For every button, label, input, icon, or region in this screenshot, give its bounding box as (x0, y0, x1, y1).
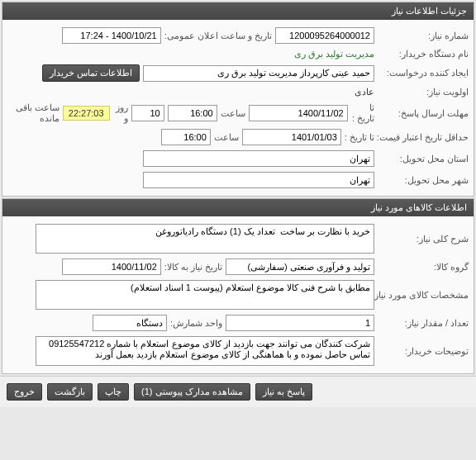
action-bar: پاسخ به نیاز مشاهده مدارک پیوستی (1) چاپ… (0, 376, 476, 407)
requester-field[interactable] (143, 65, 374, 82)
deadline-time-field[interactable] (168, 105, 217, 121)
announce-datetime-label: تاریخ و ساعت اعلان عمومی: (164, 31, 272, 41)
need-desc-label: شرح کلی نیاز: (378, 234, 469, 244)
requester-label: ایجاد کننده درخواست: (378, 68, 469, 78)
announce-datetime-field[interactable] (62, 27, 161, 44)
buyer-notes-label: توضیحات خریدار: (378, 346, 469, 357)
need-details-body: شماره نیاز: تاریخ و ساعت اعلان عمومی: نا… (2, 20, 474, 196)
attachments-button[interactable]: مشاهده مدارک پیوستی (1) (134, 383, 250, 401)
need-number-label: شماره نیاز: (378, 31, 469, 41)
validity-to-date-label: تا تاریخ : (345, 132, 374, 143)
need-items-header: اطلاعات کالاهای مورد نیاز (2, 199, 474, 216)
item-group-field[interactable] (226, 258, 374, 275)
deadline-date-field[interactable] (249, 105, 348, 121)
buyer-org-label: نام دستگاه خریدار: (378, 49, 469, 59)
time-remaining-label: ساعت باقی مانده (7, 102, 60, 124)
need-number-field[interactable] (275, 27, 374, 44)
need-items-body: شرح کلی نیاز: گروه کالا: تاریخ نیاز به ک… (2, 216, 474, 373)
validity-time-field[interactable] (161, 129, 211, 145)
item-spec-field[interactable] (36, 280, 374, 310)
item-spec-label: مشخصات کالای مورد نیاز: (378, 290, 469, 301)
exit-button[interactable]: خروج (7, 383, 42, 401)
need-desc-field[interactable] (36, 224, 374, 254)
validity-date-field[interactable] (242, 129, 341, 145)
province-label: استان محل تحویل: (378, 154, 469, 164)
city-field[interactable] (143, 172, 374, 188)
deadline-time-label: ساعت (221, 108, 245, 119)
unit-field[interactable] (93, 315, 167, 331)
qty-label: تعداد / مقدار نیاز: (378, 318, 469, 329)
validity-label: حداقل تاریخ اعتبار قیمت: (378, 132, 469, 143)
respond-button[interactable]: پاسخ به نیاز (255, 383, 312, 401)
back-button[interactable]: بازگشت (47, 383, 93, 401)
contact-info-button[interactable]: اطلاعات تماس خریدار (42, 64, 140, 82)
need-date-label: تاریخ نیاز به کالا: (164, 262, 222, 273)
validity-time-label: ساعت (214, 132, 239, 143)
buyer-notes-field[interactable] (36, 336, 374, 366)
priority-label: اولویت نیاز: (378, 87, 469, 97)
days-remaining-field[interactable] (131, 105, 164, 121)
deadline-to-date-label: تا تاریخ : (351, 102, 374, 124)
unit-label: واحد شمارش: (170, 318, 222, 329)
need-date-field[interactable] (62, 258, 161, 275)
countdown-box: 22:27:03 (63, 106, 110, 121)
need-items-panel: اطلاعات کالاهای مورد نیاز شرح کلی نیاز: … (2, 198, 474, 374)
buyer-org-value: مدیریت تولید برق ری (294, 49, 374, 59)
item-group-label: گروه کالا: (378, 262, 469, 273)
qty-field[interactable] (226, 315, 374, 331)
deadline-label: مهلت ارسال پاسخ: (378, 108, 469, 119)
need-details-header: جزئیات اطلاعات نیاز (2, 2, 474, 20)
city-label: شهر محل تحویل: (378, 175, 469, 186)
province-field[interactable] (143, 150, 374, 167)
days-and-label: روز و (113, 102, 128, 124)
priority-value: عادی (355, 87, 374, 97)
print-button[interactable]: چاپ (98, 383, 129, 401)
need-details-panel: جزئیات اطلاعات نیاز شماره نیاز: تاریخ و … (2, 2, 474, 197)
